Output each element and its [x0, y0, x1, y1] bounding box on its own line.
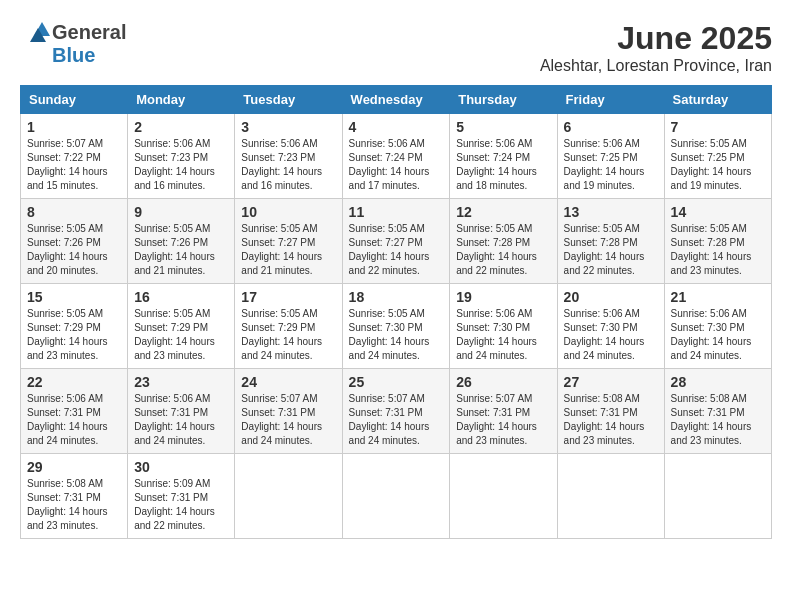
title-block: June 2025 Aleshtar, Lorestan Province, I… — [540, 20, 772, 75]
calendar-cell — [235, 454, 342, 539]
day-info: Sunrise: 5:07 AM Sunset: 7:22 PM Dayligh… — [27, 137, 121, 193]
col-thursday: Thursday — [450, 86, 557, 114]
sunset-text: Sunset: 7:28 PM — [671, 237, 745, 248]
calendar-cell: 1 Sunrise: 5:07 AM Sunset: 7:22 PM Dayli… — [21, 114, 128, 199]
day-number: 13 — [564, 204, 658, 220]
day-info: Sunrise: 5:05 AM Sunset: 7:25 PM Dayligh… — [671, 137, 765, 193]
calendar-cell: 16 Sunrise: 5:05 AM Sunset: 7:29 PM Dayl… — [128, 284, 235, 369]
sunset-text: Sunset: 7:30 PM — [671, 322, 745, 333]
day-info: Sunrise: 5:06 AM Sunset: 7:25 PM Dayligh… — [564, 137, 658, 193]
day-number: 26 — [456, 374, 550, 390]
day-number: 30 — [134, 459, 228, 475]
daylight-text: Daylight: 14 hours and 21 minutes. — [134, 251, 215, 276]
daylight-text: Daylight: 14 hours and 19 minutes. — [564, 166, 645, 191]
calendar-week-row: 15 Sunrise: 5:05 AM Sunset: 7:29 PM Dayl… — [21, 284, 772, 369]
calendar-cell: 26 Sunrise: 5:07 AM Sunset: 7:31 PM Dayl… — [450, 369, 557, 454]
day-info: Sunrise: 5:07 AM Sunset: 7:31 PM Dayligh… — [349, 392, 444, 448]
daylight-text: Daylight: 14 hours and 16 minutes. — [134, 166, 215, 191]
day-info: Sunrise: 5:06 AM Sunset: 7:30 PM Dayligh… — [564, 307, 658, 363]
day-info: Sunrise: 5:06 AM Sunset: 7:24 PM Dayligh… — [349, 137, 444, 193]
sunrise-text: Sunrise: 5:05 AM — [134, 308, 210, 319]
daylight-text: Daylight: 14 hours and 24 minutes. — [671, 336, 752, 361]
sunset-text: Sunset: 7:31 PM — [456, 407, 530, 418]
sunset-text: Sunset: 7:22 PM — [27, 152, 101, 163]
daylight-text: Daylight: 14 hours and 15 minutes. — [27, 166, 108, 191]
sunset-text: Sunset: 7:31 PM — [134, 407, 208, 418]
calendar-body: 1 Sunrise: 5:07 AM Sunset: 7:22 PM Dayli… — [21, 114, 772, 539]
day-number: 12 — [456, 204, 550, 220]
day-number: 18 — [349, 289, 444, 305]
daylight-text: Daylight: 14 hours and 24 minutes. — [456, 336, 537, 361]
calendar-cell: 4 Sunrise: 5:06 AM Sunset: 7:24 PM Dayli… — [342, 114, 450, 199]
sunrise-text: Sunrise: 5:06 AM — [134, 138, 210, 149]
calendar-week-row: 8 Sunrise: 5:05 AM Sunset: 7:26 PM Dayli… — [21, 199, 772, 284]
daylight-text: Daylight: 14 hours and 23 minutes. — [564, 421, 645, 446]
day-number: 5 — [456, 119, 550, 135]
sunrise-text: Sunrise: 5:06 AM — [564, 138, 640, 149]
day-number: 17 — [241, 289, 335, 305]
sunrise-text: Sunrise: 5:07 AM — [241, 393, 317, 404]
calendar-cell: 11 Sunrise: 5:05 AM Sunset: 7:27 PM Dayl… — [342, 199, 450, 284]
sunrise-text: Sunrise: 5:05 AM — [27, 223, 103, 234]
day-info: Sunrise: 5:05 AM Sunset: 7:29 PM Dayligh… — [27, 307, 121, 363]
day-number: 22 — [27, 374, 121, 390]
day-number: 4 — [349, 119, 444, 135]
calendar-cell: 10 Sunrise: 5:05 AM Sunset: 7:27 PM Dayl… — [235, 199, 342, 284]
sunrise-text: Sunrise: 5:09 AM — [134, 478, 210, 489]
col-tuesday: Tuesday — [235, 86, 342, 114]
day-info: Sunrise: 5:08 AM Sunset: 7:31 PM Dayligh… — [671, 392, 765, 448]
daylight-text: Daylight: 14 hours and 19 minutes. — [671, 166, 752, 191]
calendar-cell: 24 Sunrise: 5:07 AM Sunset: 7:31 PM Dayl… — [235, 369, 342, 454]
daylight-text: Daylight: 14 hours and 22 minutes. — [349, 251, 430, 276]
calendar-table: Sunday Monday Tuesday Wednesday Thursday… — [20, 85, 772, 539]
sunrise-text: Sunrise: 5:07 AM — [349, 393, 425, 404]
day-number: 27 — [564, 374, 658, 390]
day-number: 24 — [241, 374, 335, 390]
sunrise-text: Sunrise: 5:05 AM — [349, 308, 425, 319]
sunrise-text: Sunrise: 5:05 AM — [671, 223, 747, 234]
calendar-cell: 6 Sunrise: 5:06 AM Sunset: 7:25 PM Dayli… — [557, 114, 664, 199]
daylight-text: Daylight: 14 hours and 24 minutes. — [27, 421, 108, 446]
sunset-text: Sunset: 7:27 PM — [349, 237, 423, 248]
sunset-text: Sunset: 7:31 PM — [241, 407, 315, 418]
daylight-text: Daylight: 14 hours and 24 minutes. — [349, 336, 430, 361]
logo-general: General — [52, 21, 126, 44]
day-number: 10 — [241, 204, 335, 220]
sunrise-text: Sunrise: 5:05 AM — [564, 223, 640, 234]
sunset-text: Sunset: 7:29 PM — [134, 322, 208, 333]
day-number: 1 — [27, 119, 121, 135]
calendar-cell: 17 Sunrise: 5:05 AM Sunset: 7:29 PM Dayl… — [235, 284, 342, 369]
calendar-cell: 29 Sunrise: 5:08 AM Sunset: 7:31 PM Dayl… — [21, 454, 128, 539]
day-info: Sunrise: 5:06 AM Sunset: 7:24 PM Dayligh… — [456, 137, 550, 193]
location: Aleshtar, Lorestan Province, Iran — [540, 57, 772, 75]
day-number: 9 — [134, 204, 228, 220]
calendar-cell — [342, 454, 450, 539]
day-number: 8 — [27, 204, 121, 220]
sunrise-text: Sunrise: 5:06 AM — [134, 393, 210, 404]
daylight-text: Daylight: 14 hours and 23 minutes. — [671, 421, 752, 446]
sunrise-text: Sunrise: 5:07 AM — [27, 138, 103, 149]
daylight-text: Daylight: 14 hours and 23 minutes. — [134, 336, 215, 361]
day-info: Sunrise: 5:05 AM Sunset: 7:27 PM Dayligh… — [241, 222, 335, 278]
calendar-week-row: 29 Sunrise: 5:08 AM Sunset: 7:31 PM Dayl… — [21, 454, 772, 539]
sunrise-text: Sunrise: 5:06 AM — [241, 138, 317, 149]
day-number: 23 — [134, 374, 228, 390]
calendar-cell: 19 Sunrise: 5:06 AM Sunset: 7:30 PM Dayl… — [450, 284, 557, 369]
daylight-text: Daylight: 14 hours and 23 minutes. — [671, 251, 752, 276]
calendar-cell: 5 Sunrise: 5:06 AM Sunset: 7:24 PM Dayli… — [450, 114, 557, 199]
sunrise-text: Sunrise: 5:05 AM — [671, 138, 747, 149]
day-info: Sunrise: 5:06 AM Sunset: 7:23 PM Dayligh… — [241, 137, 335, 193]
daylight-text: Daylight: 14 hours and 24 minutes. — [564, 336, 645, 361]
month-year: June 2025 — [540, 20, 772, 57]
calendar-cell: 21 Sunrise: 5:06 AM Sunset: 7:30 PM Dayl… — [664, 284, 771, 369]
daylight-text: Daylight: 14 hours and 23 minutes. — [456, 421, 537, 446]
sunset-text: Sunset: 7:31 PM — [349, 407, 423, 418]
calendar-cell: 12 Sunrise: 5:05 AM Sunset: 7:28 PM Dayl… — [450, 199, 557, 284]
sunset-text: Sunset: 7:30 PM — [456, 322, 530, 333]
day-number: 19 — [456, 289, 550, 305]
day-info: Sunrise: 5:07 AM Sunset: 7:31 PM Dayligh… — [241, 392, 335, 448]
daylight-text: Daylight: 14 hours and 16 minutes. — [241, 166, 322, 191]
calendar-cell: 8 Sunrise: 5:05 AM Sunset: 7:26 PM Dayli… — [21, 199, 128, 284]
calendar-cell: 13 Sunrise: 5:05 AM Sunset: 7:28 PM Dayl… — [557, 199, 664, 284]
day-info: Sunrise: 5:05 AM Sunset: 7:28 PM Dayligh… — [456, 222, 550, 278]
